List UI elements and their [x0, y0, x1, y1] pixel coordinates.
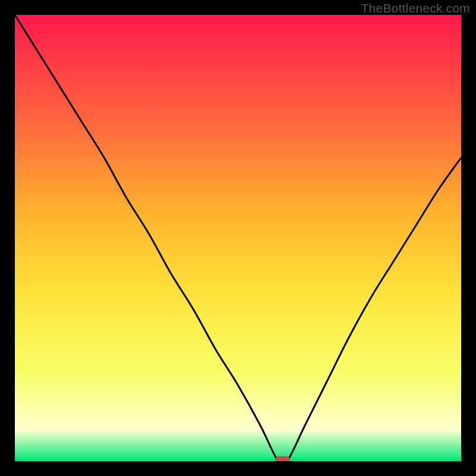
watermark-label: TheBottleneck.com — [361, 1, 470, 15]
plot-area — [15, 15, 461, 461]
chart-frame: TheBottleneck.com — [0, 0, 476, 476]
chart-svg — [15, 15, 461, 461]
gradient-background — [15, 15, 461, 461]
optimal-point-marker — [275, 456, 290, 461]
